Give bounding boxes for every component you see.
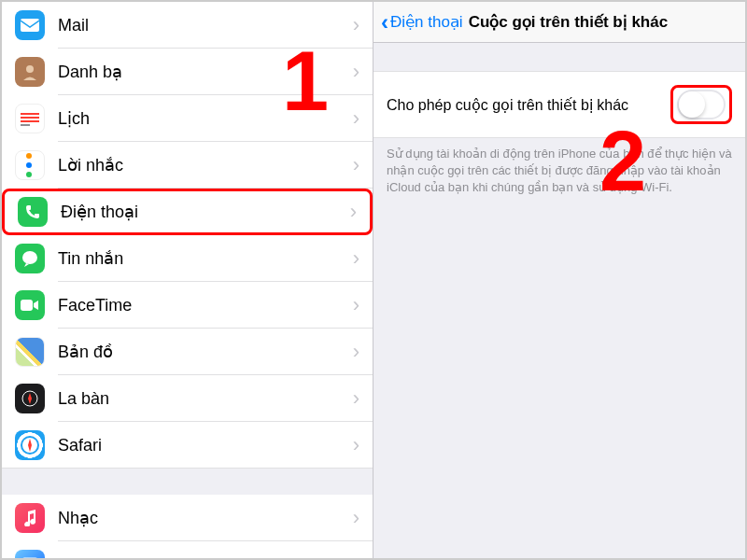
compass-icon xyxy=(15,384,45,413)
chevron-left-icon: ‹ xyxy=(381,11,388,34)
back-label: Điện thoại xyxy=(390,12,463,32)
menu-item-reminders[interactable]: Lời nhắc › xyxy=(2,142,373,189)
messages-icon xyxy=(15,244,45,273)
menu-label: Video xyxy=(58,555,353,559)
chevron-right-icon: › xyxy=(353,388,359,409)
menu-label: Mail xyxy=(58,16,353,35)
setting-label: Cho phép cuộc gọi trên thiết bị khác xyxy=(387,96,670,114)
svg-rect-3 xyxy=(21,300,33,311)
menu-item-maps[interactable]: Bản đồ › xyxy=(2,329,373,375)
chevron-right-icon: › xyxy=(353,295,359,315)
menu-item-mail[interactable]: Mail › xyxy=(2,2,373,49)
chevron-right-icon: › xyxy=(353,508,359,528)
contacts-icon xyxy=(15,57,45,87)
svg-rect-0 xyxy=(21,19,39,32)
settings-list-pane: Mail › Danh bạ › Lịch › xyxy=(2,2,374,558)
safari-icon xyxy=(15,430,45,460)
chevron-right-icon: › xyxy=(353,62,359,82)
screenshot-container: Mail › Danh bạ › Lịch › xyxy=(0,0,747,560)
toggle-knob xyxy=(679,91,705,118)
setting-allow-calls-other-devices[interactable]: Cho phép cuộc gọi trên thiết bị khác xyxy=(374,71,745,138)
settings-menu: Mail › Danh bạ › Lịch › xyxy=(2,2,373,558)
facetime-icon xyxy=(15,290,45,320)
menu-label: Bản đồ xyxy=(58,342,353,362)
svg-point-2 xyxy=(22,251,37,264)
menu-item-video[interactable]: Video › xyxy=(2,541,373,558)
menu-item-phone[interactable]: Điện thoại › xyxy=(2,189,373,235)
menu-label: Danh bạ xyxy=(58,62,353,82)
menu-label: Nhạc xyxy=(58,508,353,528)
calendar-icon xyxy=(15,104,45,133)
menu-item-music[interactable]: Nhạc › xyxy=(2,495,373,541)
menu-item-messages[interactable]: Tin nhắn › xyxy=(2,235,373,282)
chevron-right-icon: › xyxy=(353,155,359,175)
menu-label: Tin nhắn xyxy=(58,248,353,269)
chevron-right-icon: › xyxy=(353,248,359,269)
detail-content: Cho phép cuộc gọi trên thiết bị khác Sử … xyxy=(374,43,745,204)
menu-label: Lời nhắc xyxy=(58,155,353,175)
chevron-right-icon: › xyxy=(350,202,357,222)
chevron-right-icon: › xyxy=(353,435,359,455)
menu-label: Safari xyxy=(58,436,353,455)
menu-label: Điện thoại xyxy=(61,202,350,222)
menu-item-safari[interactable]: Safari › xyxy=(2,422,373,469)
video-icon xyxy=(15,550,45,558)
nav-title: Cuộc gọi trên thiết bị khác xyxy=(469,12,669,32)
menu-item-contacts[interactable]: Danh bạ › xyxy=(2,49,373,95)
setting-description: Sử dụng tài khoản di động trên iPhone củ… xyxy=(374,138,745,204)
svg-point-1 xyxy=(26,65,34,73)
phone-icon xyxy=(18,197,48,227)
chevron-right-icon: › xyxy=(353,15,359,35)
toggle-switch[interactable] xyxy=(677,90,726,119)
back-button[interactable]: ‹ Điện thoại xyxy=(381,11,463,34)
detail-pane: ‹ Điện thoại Cuộc gọi trên thiết bị khác… xyxy=(374,2,745,558)
section-gap xyxy=(2,469,373,495)
menu-label: La bàn xyxy=(58,389,353,409)
chevron-right-icon: › xyxy=(353,554,359,558)
chevron-right-icon: › xyxy=(353,108,359,129)
menu-label: FaceTime xyxy=(58,296,353,315)
reminders-icon xyxy=(15,150,45,180)
mail-icon xyxy=(15,10,45,40)
nav-header: ‹ Điện thoại Cuộc gọi trên thiết bị khác xyxy=(374,2,745,43)
menu-item-calendar[interactable]: Lịch › xyxy=(2,95,373,142)
toggle-highlight xyxy=(670,85,732,124)
menu-label: Lịch xyxy=(58,108,353,129)
music-icon xyxy=(15,503,45,533)
chevron-right-icon: › xyxy=(353,342,359,362)
maps-icon xyxy=(15,337,45,367)
menu-item-compass[interactable]: La bàn › xyxy=(2,375,373,422)
menu-item-facetime[interactable]: FaceTime › xyxy=(2,282,373,329)
